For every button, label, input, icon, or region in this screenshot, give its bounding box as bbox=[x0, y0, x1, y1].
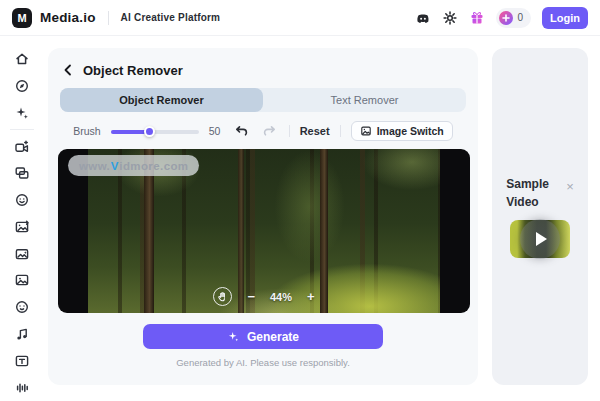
brush-size-slider[interactable] bbox=[111, 125, 199, 137]
sparkle-icon bbox=[227, 330, 240, 343]
image-switch-label: Image Switch bbox=[377, 125, 444, 137]
coin-plus-icon bbox=[499, 11, 513, 25]
avatar-icon[interactable] bbox=[8, 187, 36, 214]
discord-icon[interactable] bbox=[415, 10, 431, 26]
credits-count: 0 bbox=[517, 12, 523, 23]
sidebar bbox=[0, 36, 44, 401]
home-icon[interactable] bbox=[8, 46, 36, 73]
generate-button[interactable]: Generate bbox=[143, 324, 383, 349]
subtitle-icon[interactable] bbox=[8, 347, 36, 374]
zoom-in-button[interactable]: + bbox=[307, 290, 315, 303]
play-button[interactable] bbox=[520, 219, 560, 259]
music-icon[interactable] bbox=[8, 321, 36, 348]
ai-disclaimer: Generated by AI. Please use responsibly. bbox=[48, 357, 478, 368]
slider-thumb[interactable] bbox=[144, 126, 155, 137]
vidmore-logo-icon: V bbox=[111, 160, 119, 172]
object-remover-panel: Object Remover Object Remover Text Remov… bbox=[48, 48, 478, 385]
image-switch-icon bbox=[360, 125, 372, 137]
brand-group: M Media.io AI Creative Platform bbox=[12, 8, 220, 28]
tab-object-remover[interactable]: Object Remover bbox=[60, 88, 263, 112]
page: M Media.io AI Creative Platform 0 Logi bbox=[0, 0, 600, 401]
remover-tabs: Object Remover Text Remover bbox=[60, 88, 466, 112]
zoom-out-button[interactable]: − bbox=[247, 290, 255, 303]
brush-size-value: 50 bbox=[209, 125, 223, 137]
photo-icon[interactable] bbox=[8, 267, 36, 294]
sticker-icon[interactable] bbox=[8, 294, 36, 321]
sample-head: Sample Video × bbox=[506, 175, 574, 211]
audio-wave-icon[interactable] bbox=[8, 374, 36, 401]
toolbar-divider bbox=[289, 125, 290, 137]
credits-badge[interactable]: 0 bbox=[496, 8, 531, 28]
back-chevron-icon[interactable] bbox=[60, 62, 76, 78]
editing-canvas[interactable]: www.Vidmore.com − 44% + bbox=[58, 149, 470, 313]
ai-tools-icon[interactable] bbox=[8, 100, 36, 127]
header-actions: 0 Login bbox=[415, 7, 588, 29]
zoom-level: 44% bbox=[270, 291, 292, 303]
reset-button[interactable]: Reset bbox=[300, 125, 330, 137]
mediaio-logo-icon[interactable]: M bbox=[12, 8, 32, 28]
image-ai-icon[interactable] bbox=[8, 240, 36, 267]
watermark-suffix: idmore.com bbox=[119, 160, 188, 172]
brush-label: Brush bbox=[73, 125, 100, 137]
video-editor-icon[interactable] bbox=[8, 133, 36, 160]
login-button[interactable]: Login bbox=[542, 7, 588, 29]
screen-recorder-icon[interactable] bbox=[8, 160, 36, 187]
canvas-zoom-controls: − 44% + bbox=[88, 287, 440, 306]
brand-name[interactable]: Media.io bbox=[40, 10, 96, 25]
gift-icon[interactable] bbox=[469, 10, 485, 26]
brush-toolbar: Brush 50 Reset Image Switch bbox=[48, 121, 478, 141]
header-divider bbox=[108, 11, 109, 25]
vidmore-watermark: www.Vidmore.com bbox=[68, 155, 199, 176]
toolbar-divider bbox=[340, 125, 341, 137]
discover-icon[interactable] bbox=[8, 73, 36, 100]
undo-icon[interactable] bbox=[233, 122, 251, 140]
sample-video-panel: Sample Video × bbox=[492, 48, 588, 385]
pan-hand-icon[interactable] bbox=[213, 287, 232, 306]
page-header: Object Remover bbox=[48, 48, 478, 78]
close-icon[interactable]: × bbox=[566, 179, 574, 194]
platform-label: AI Creative Platform bbox=[121, 12, 221, 23]
settings-gear-icon[interactable] bbox=[442, 10, 458, 26]
image-switch-button[interactable]: Image Switch bbox=[351, 121, 453, 141]
top-bar: M Media.io AI Creative Platform 0 Logi bbox=[0, 0, 600, 36]
sample-video-title: Sample Video bbox=[506, 175, 560, 211]
sample-video-thumbnail[interactable] bbox=[510, 220, 570, 258]
page-title: Object Remover bbox=[83, 63, 183, 78]
logo-letter: M bbox=[17, 12, 26, 24]
image-export-icon[interactable] bbox=[8, 214, 36, 241]
redo-icon[interactable] bbox=[261, 122, 279, 140]
sidebar-divider bbox=[10, 129, 34, 130]
generate-label: Generate bbox=[247, 330, 299, 344]
tab-text-remover[interactable]: Text Remover bbox=[263, 88, 466, 112]
watermark-prefix: www. bbox=[79, 160, 110, 172]
play-icon bbox=[536, 232, 547, 246]
